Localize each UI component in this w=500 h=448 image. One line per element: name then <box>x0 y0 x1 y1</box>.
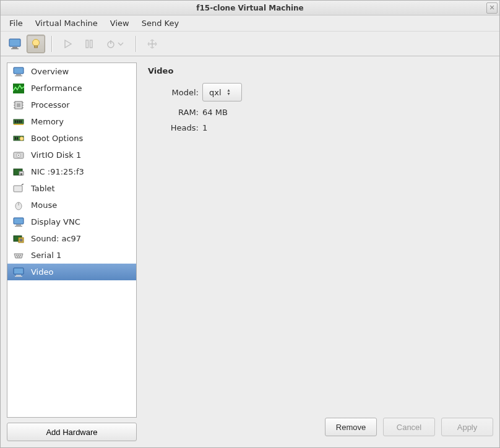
monitor-icon <box>9 38 21 50</box>
bulb-icon <box>30 38 41 50</box>
fullscreen-icon <box>147 39 157 49</box>
sidebar-item-nic[interactable]: NIC :91:25:f3 <box>7 163 136 180</box>
close-icon: ✕ <box>489 1 494 15</box>
sidebar-item-disk[interactable]: VirtIO Disk 1 <box>7 147 136 163</box>
svg-rect-6 <box>86 40 88 48</box>
menu-virtual-machine[interactable]: Virtual Machine <box>30 17 103 30</box>
svg-rect-37 <box>20 173 22 175</box>
svg-point-51 <box>17 256 19 257</box>
tablet-icon <box>12 183 25 194</box>
svg-point-29 <box>20 137 24 140</box>
svg-rect-25 <box>19 120 20 123</box>
sidebar-item-serial[interactable]: Serial 1 <box>7 247 136 264</box>
toolbar-console-button[interactable] <box>6 35 24 53</box>
svg-rect-24 <box>17 120 18 123</box>
svg-rect-44 <box>15 226 22 226</box>
svg-point-50 <box>20 254 21 256</box>
left-column: Overview Performance Processor Memory Bo <box>7 62 137 441</box>
boot-icon <box>12 133 25 144</box>
toolbar-details-button[interactable] <box>27 35 45 53</box>
sidebar-item-label: VirtIO Disk 1 <box>31 150 81 160</box>
svg-rect-31 <box>17 137 18 139</box>
sidebar-item-memory[interactable]: Memory <box>7 113 136 130</box>
svg-rect-53 <box>14 268 24 274</box>
perf-icon <box>12 83 25 94</box>
remove-button[interactable]: Remove <box>325 418 377 436</box>
svg-rect-27 <box>14 124 24 125</box>
updown-icon: ▴▾ <box>228 88 230 96</box>
model-label: Model: <box>150 88 199 97</box>
content-area: Overview Performance Processor Memory Bo <box>1 56 499 447</box>
svg-rect-42 <box>14 218 24 224</box>
svg-point-34 <box>18 155 19 156</box>
svg-rect-23 <box>15 120 16 123</box>
toolbar-run-button[interactable] <box>59 35 77 53</box>
svg-point-47 <box>20 238 23 241</box>
menu-view[interactable]: View <box>105 17 134 30</box>
svg-line-39 <box>22 184 24 185</box>
toolbar-separator <box>51 36 53 52</box>
chevron-down-icon <box>118 41 124 47</box>
svg-rect-26 <box>20 120 22 123</box>
sidebar-item-label: Display VNC <box>31 217 80 226</box>
svg-rect-1 <box>12 47 17 48</box>
apply-button[interactable]: Apply <box>441 418 493 436</box>
add-hardware-button[interactable]: Add Hardware <box>7 423 137 441</box>
sidebar-item-tablet[interactable]: Tablet <box>7 180 136 197</box>
sidebar-item-label: Tablet <box>31 184 55 193</box>
serial-icon <box>12 250 25 261</box>
sidebar-item-overview[interactable]: Overview <box>7 63 136 80</box>
disk-icon <box>12 150 25 161</box>
model-combobox[interactable]: qxl ▴▾ <box>202 83 242 101</box>
sidebar-item-display[interactable]: Display VNC <box>7 213 136 230</box>
cancel-button[interactable]: Cancel <box>383 418 435 436</box>
right-column: Video Model: qxl ▴▾ RAM: 64 MB Heads: 1 <box>145 62 493 441</box>
sidebar-item-label: Sound: ac97 <box>31 234 81 243</box>
vm-details-window: f15-clone Virtual Machine ✕ File Virtual… <box>0 0 500 448</box>
svg-point-48 <box>16 254 17 256</box>
sidebar-item-boot-options[interactable]: Boot Options <box>7 130 136 147</box>
menu-send-key[interactable]: Send Key <box>137 17 184 30</box>
svg-rect-4 <box>35 46 38 48</box>
svg-rect-15 <box>17 103 20 107</box>
toolbar-separator-2 <box>136 36 137 52</box>
sidebar-item-label: Overview <box>31 67 69 76</box>
sidebar-item-label: Mouse <box>31 200 57 210</box>
sidebar-item-performance[interactable]: Performance <box>7 80 136 97</box>
sidebar-item-label: Memory <box>31 117 64 126</box>
svg-rect-55 <box>15 276 22 277</box>
svg-rect-12 <box>15 75 22 76</box>
svg-rect-43 <box>16 225 21 226</box>
hardware-list[interactable]: Overview Performance Processor Memory Bo <box>7 62 137 418</box>
titlebar: f15-clone Virtual Machine ✕ <box>1 1 499 15</box>
ram-icon <box>12 116 25 127</box>
sidebar-item-label: Boot Options <box>31 134 83 143</box>
window-close-button[interactable]: ✕ <box>486 2 498 14</box>
pause-icon <box>85 40 93 48</box>
cpu-icon <box>12 100 25 111</box>
sidebar-item-processor[interactable]: Processor <box>7 97 136 113</box>
svg-point-49 <box>18 254 19 256</box>
sidebar-item-sound[interactable]: Sound: ac97 <box>7 230 136 247</box>
heads-value: 1 <box>202 123 493 132</box>
detail-pane: Video Model: qxl ▴▾ RAM: 64 MB Heads: 1 <box>145 62 493 418</box>
video-icon <box>12 267 25 278</box>
ram-label: RAM: <box>150 108 199 117</box>
toolbar-shutdown-button[interactable] <box>101 35 129 53</box>
sound-icon <box>12 233 25 244</box>
menu-file[interactable]: File <box>4 17 28 30</box>
display-icon <box>12 217 25 228</box>
svg-rect-30 <box>15 137 16 139</box>
window-title: f15-clone Virtual Machine <box>196 4 304 12</box>
sidebar-item-video[interactable]: Video <box>7 264 136 280</box>
svg-rect-11 <box>16 74 21 75</box>
toolbar-fullscreen-button[interactable] <box>143 35 162 53</box>
toolbar <box>1 32 499 56</box>
sidebar-item-label: Processor <box>31 100 70 110</box>
nic-icon <box>12 166 25 178</box>
toolbar-pause-button[interactable] <box>80 35 98 53</box>
sidebar-item-mouse[interactable]: Mouse <box>7 197 136 213</box>
svg-rect-38 <box>14 186 22 192</box>
svg-rect-0 <box>9 39 20 46</box>
detail-footer: Remove Cancel Apply <box>145 418 493 441</box>
